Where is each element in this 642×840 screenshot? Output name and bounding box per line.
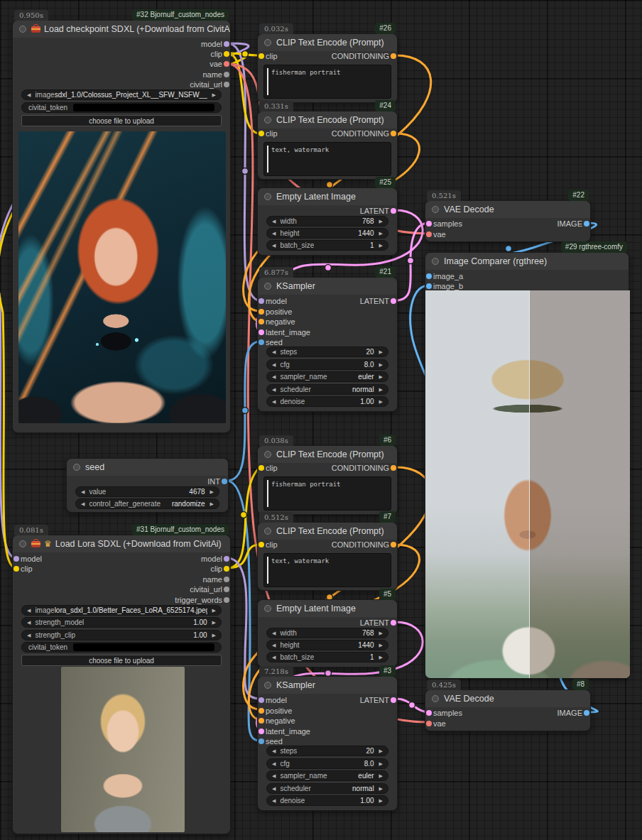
steps-widget[interactable]: ◀steps20▶ — [266, 347, 388, 357]
wire-latent-ks21-to-vae22[interactable] — [396, 223, 429, 300]
strength-clip-widget[interactable]: ◀strength_clip1.00▶ — [21, 630, 222, 640]
output-port-name[interactable] — [224, 577, 229, 582]
input-port-clip[interactable] — [259, 465, 264, 471]
output-port-trigger-words[interactable] — [224, 597, 229, 603]
node-title-bar[interactable]: KSampler — [258, 278, 397, 295]
batch-size-widget[interactable]: ◀batch_size1▶ — [266, 240, 388, 251]
node-seed[interactable]: seed INT ◀value4678▶ ◀control_after_gene… — [66, 458, 229, 513]
output-port-latent[interactable] — [391, 697, 396, 703]
node-title-bar[interactable]: CLIP Text Encode (Prompt) — [258, 111, 397, 129]
output-port-clip[interactable] — [224, 566, 229, 572]
output-port-clip[interactable] — [224, 51, 229, 57]
collapse-dot-icon[interactable] — [264, 528, 271, 535]
reroute-dot[interactable] — [325, 265, 332, 271]
arrow-left-icon[interactable]: ◀ — [272, 374, 276, 379]
node-load-checkpoint[interactable]: 0.950s #32 Bjornulf_custom_nodes Load ch… — [12, 20, 231, 433]
width-widget[interactable]: ◀width768▶ — [266, 628, 388, 638]
height-widget[interactable]: ◀height1440▶ — [266, 228, 388, 239]
input-port-vae[interactable] — [426, 231, 432, 237]
node-load-lora[interactable]: 0.081s #31 Bjornulf_custom_nodes Load Lo… — [12, 535, 231, 834]
wire-model-lora-to-ks3[interactable] — [227, 558, 260, 699]
input-port-model[interactable] — [259, 298, 264, 304]
arrow-left-icon[interactable]: ◀ — [272, 362, 276, 367]
arrow-left-icon[interactable]: ◀ — [27, 92, 31, 97]
node-title-bar[interactable]: Load checkpoint SDXL (+Download from Civ… — [13, 21, 230, 38]
output-port-conditioning[interactable] — [391, 53, 396, 59]
arrow-left-icon[interactable]: ◀ — [272, 349, 276, 354]
output-port-int[interactable] — [222, 479, 227, 484]
node-title-bar[interactable]: CLIP Text Encode (Prompt) — [258, 34, 397, 51]
wire-clip-ckpt-to-clip26[interactable] — [227, 53, 260, 55]
collapse-dot-icon[interactable] — [264, 283, 271, 290]
wire-clip-ckpt-to-clip24[interactable] — [227, 53, 260, 133]
collapse-dot-icon[interactable] — [73, 464, 80, 471]
input-port-clip[interactable] — [259, 53, 264, 59]
node-empty-latent-5[interactable]: #5 Empty Latent Image LATENT ◀width768▶ … — [257, 599, 398, 667]
cfg-widget[interactable]: ◀cfg8.0▶ — [266, 758, 388, 769]
output-port-conditioning[interactable] — [391, 465, 396, 471]
node-clip-text-encode-24[interactable]: 0.331s #24 CLIP Text Encode (Prompt) cli… — [257, 111, 398, 180]
cfg-widget[interactable]: ◀cfg8.0▶ — [266, 359, 388, 370]
arrow-right-icon[interactable]: ▶ — [379, 387, 383, 392]
arrow-left-icon[interactable]: ◀ — [272, 631, 276, 636]
node-ksampler-3[interactable]: 7.218s #3 KSampler modelLATENT positive … — [257, 676, 398, 811]
civitai-token-widget[interactable]: civitai_token — [21, 642, 222, 653]
node-title-bar[interactable]: CLIP Text Encode (Prompt) — [258, 446, 397, 463]
strength-model-widget[interactable]: ◀strength_model1.00▶ — [21, 617, 222, 628]
collapse-dot-icon[interactable] — [264, 193, 271, 200]
arrow-right-icon[interactable]: ▶ — [379, 748, 383, 753]
input-port-samples[interactable] — [426, 221, 432, 227]
arrow-left-icon[interactable]: ◀ — [27, 620, 31, 625]
node-ksampler-21[interactable]: 6.877s #21 KSampler modelLATENT positive… — [257, 277, 398, 412]
input-port-image-b[interactable] — [426, 283, 432, 289]
node-vae-decode-22[interactable]: 0.521s #22 VAE Decode samplesIMAGE vae — [425, 200, 591, 242]
reroute-dot[interactable] — [241, 512, 247, 518]
prompt-textarea[interactable]: fisherman portrait — [263, 476, 391, 511]
input-port-seed[interactable] — [259, 738, 264, 744]
arrow-right-icon[interactable]: ▶ — [210, 501, 214, 506]
arrow-right-icon[interactable]: ▶ — [379, 349, 383, 354]
arrow-right-icon[interactable]: ▶ — [379, 374, 383, 379]
arrow-left-icon[interactable]: ◀ — [27, 633, 31, 638]
wire-clip-lora-to-clip6[interactable] — [227, 467, 260, 568]
output-port-conditioning[interactable] — [391, 131, 396, 136]
reroute-dot[interactable] — [242, 51, 249, 58]
scheduler-widget[interactable]: ◀schedulernormal▶ — [266, 783, 388, 794]
arrow-left-icon[interactable]: ◀ — [81, 489, 85, 494]
input-port-seed[interactable] — [259, 339, 264, 345]
input-port-vae[interactable] — [426, 721, 432, 726]
arrow-left-icon[interactable]: ◀ — [27, 608, 31, 613]
width-widget[interactable]: ◀width768▶ — [266, 216, 388, 227]
wire-clip-lora-to-clip7[interactable] — [227, 545, 260, 568]
reroute-dot[interactable] — [408, 258, 414, 264]
collapse-dot-icon[interactable] — [432, 206, 439, 213]
output-port-image[interactable] — [584, 221, 589, 227]
reroute-dot[interactable] — [242, 408, 249, 414]
control-after-generate-widget[interactable]: ◀control_after_generaterandomize▶ — [75, 498, 219, 509]
arrow-left-icon[interactable]: ◀ — [272, 219, 276, 224]
input-port-positive[interactable] — [259, 309, 264, 315]
node-image-comparer[interactable]: #29 rgthree-comfy Image Comparer (rgthre… — [425, 252, 629, 678]
input-port-negative[interactable] — [259, 718, 264, 724]
node-title-bar[interactable]: VAE Decode — [425, 690, 590, 707]
node-title-bar[interactable]: CLIP Text Encode (Prompt) — [258, 523, 397, 540]
arrow-left-icon[interactable]: ◀ — [272, 786, 276, 791]
input-port-latent-image[interactable] — [259, 329, 264, 335]
upload-button[interactable]: choose file to upload — [21, 115, 222, 126]
arrow-right-icon[interactable]: ▶ — [379, 798, 383, 803]
output-port-image[interactable] — [584, 710, 589, 716]
image-selector-widget[interactable]: ◀ image sdxl_1.0/Colossus_Project_XL__SF… — [21, 89, 222, 100]
sampler-name-widget[interactable]: ◀sampler_nameeuler▶ — [266, 371, 388, 382]
node-title-bar[interactable]: VAE Decode — [425, 201, 590, 218]
sampler-name-widget[interactable]: ◀sampler_nameeuler▶ — [266, 770, 388, 781]
collapse-dot-icon[interactable] — [264, 682, 271, 689]
arrow-right-icon[interactable]: ▶ — [379, 655, 383, 660]
arrow-left-icon[interactable]: ◀ — [272, 761, 276, 766]
arrow-right-icon[interactable]: ▶ — [210, 489, 214, 494]
arrow-right-icon[interactable]: ▶ — [379, 362, 383, 367]
node-clip-text-encode-6[interactable]: 0.038s #6 CLIP Text Encode (Prompt) clip… — [257, 445, 398, 515]
arrow-right-icon[interactable]: ▶ — [379, 243, 383, 248]
output-port-vae[interactable] — [224, 61, 229, 67]
wire-int-seed-to-ks21[interactable] — [227, 342, 260, 481]
civitai-token-widget[interactable]: civitai_token — [21, 102, 222, 113]
